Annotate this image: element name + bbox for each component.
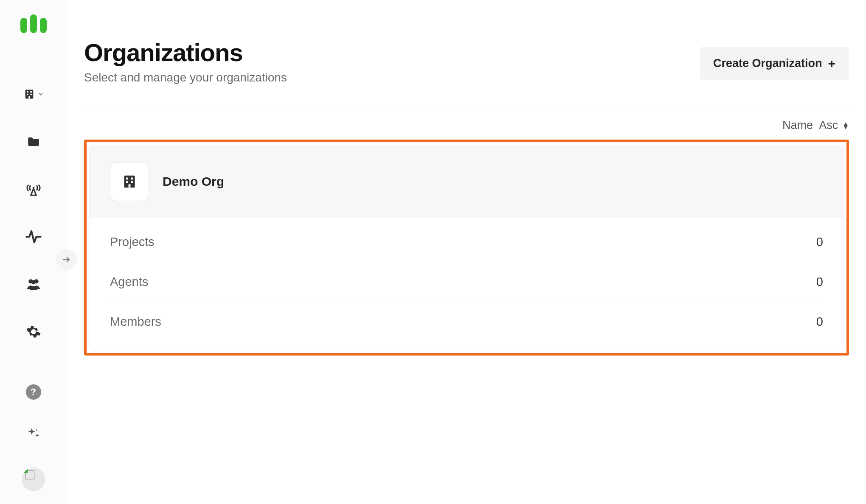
- svg-rect-15: [126, 178, 128, 180]
- activity-icon: [25, 228, 42, 245]
- page-header-text: Organizations Select and manage your org…: [84, 38, 287, 84]
- folder-icon: [26, 134, 41, 149]
- organization-name: Demo Org: [163, 174, 224, 189]
- page-title: Organizations: [84, 38, 287, 67]
- svg-rect-18: [131, 181, 133, 183]
- logo[interactable]: [20, 13, 47, 33]
- antenna-icon: [25, 181, 42, 197]
- create-organization-button[interactable]: Create Organization +: [700, 47, 849, 80]
- building-icon: [23, 88, 35, 100]
- svg-rect-6: [27, 94, 28, 95]
- create-organization-label: Create Organization: [713, 57, 822, 70]
- building-icon: [121, 174, 138, 190]
- arrow-right-icon: [62, 255, 72, 265]
- sidebar-bottom: ?: [0, 384, 67, 491]
- sort-controls: Name Asc ▲▼: [84, 119, 849, 132]
- organization-icon-box: [110, 162, 149, 201]
- sort-direction-label: Asc: [819, 119, 838, 132]
- svg-rect-5: [30, 91, 32, 93]
- svg-rect-17: [126, 181, 128, 183]
- svg-rect-0: [20, 18, 27, 33]
- avatar[interactable]: [22, 468, 45, 491]
- organization-card: Demo Org Projects 0 Agents 0 Members 0: [89, 145, 844, 350]
- gear-icon: [26, 324, 41, 339]
- stat-label: Members: [110, 315, 161, 329]
- organization-card-header[interactable]: Demo Org: [90, 145, 844, 218]
- sidebar-item-broadcast[interactable]: [23, 179, 44, 199]
- sort-icon: ▲▼: [842, 122, 849, 129]
- main: Organizations Select and manage your org…: [67, 0, 866, 504]
- svg-rect-2: [40, 18, 47, 33]
- svg-rect-16: [131, 178, 133, 180]
- sidebar-nav: [23, 84, 44, 342]
- broken-image-icon: [25, 470, 34, 479]
- people-icon: [25, 276, 42, 293]
- svg-rect-19: [129, 184, 131, 188]
- organization-stats: Projects 0 Agents 0 Members 0: [90, 218, 844, 350]
- plus-icon: +: [828, 57, 835, 70]
- svg-rect-8: [28, 96, 30, 99]
- svg-rect-4: [27, 91, 28, 93]
- stat-value: 0: [816, 275, 823, 289]
- stat-value: 0: [816, 235, 823, 249]
- stat-row-members: Members 0: [110, 302, 823, 342]
- help-button[interactable]: ?: [26, 384, 41, 400]
- sidebar: ?: [0, 0, 67, 504]
- sidebar-item-settings[interactable]: [23, 322, 44, 342]
- page-subtitle: Select and manage your organizations: [84, 71, 287, 84]
- stat-label: Agents: [110, 275, 148, 289]
- sidebar-item-activity[interactable]: [23, 227, 44, 247]
- sidebar-expand-handle[interactable]: [56, 249, 77, 270]
- svg-rect-7: [30, 94, 32, 95]
- svg-rect-1: [30, 14, 37, 33]
- sidebar-item-members[interactable]: [23, 274, 44, 294]
- sort-field[interactable]: Name: [782, 119, 813, 132]
- page-header: Organizations Select and manage your org…: [84, 38, 849, 106]
- chevron-down-icon: [38, 91, 44, 97]
- stat-value: 0: [816, 315, 823, 329]
- sidebar-item-org-switcher[interactable]: [23, 84, 44, 104]
- sidebar-item-sparkle[interactable]: [23, 423, 44, 444]
- sparkle-icon: [26, 426, 41, 441]
- svg-point-13: [31, 330, 35, 334]
- organization-card-highlight: Demo Org Projects 0 Agents 0 Members 0: [84, 140, 849, 356]
- stat-label: Projects: [110, 235, 155, 249]
- svg-point-12: [31, 280, 36, 285]
- sort-direction-toggle[interactable]: Asc ▲▼: [819, 119, 849, 132]
- stat-row-projects: Projects 0: [110, 222, 823, 262]
- stat-row-agents: Agents 0: [110, 262, 823, 302]
- sidebar-item-projects[interactable]: [23, 132, 44, 152]
- help-icon: ?: [31, 386, 36, 398]
